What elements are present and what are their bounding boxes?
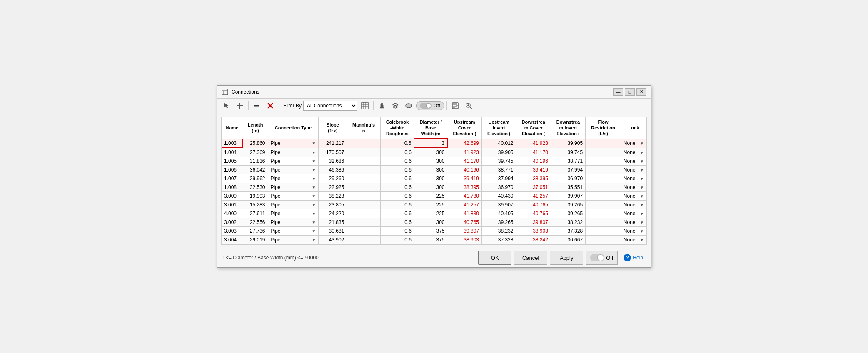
table-cell-upstream_cover[interactable]: 40.196	[447, 166, 482, 174]
close-button[interactable]: ✕	[636, 88, 646, 96]
table-cell-connection_type[interactable]: Pipe▼	[268, 201, 319, 209]
dropdown-arrow[interactable]: ▼	[312, 220, 316, 225]
table-cell-upstream_invert[interactable]: 39.905	[482, 148, 516, 157]
table-cell-slope[interactable]: 22.925	[319, 183, 347, 192]
table-cell-length[interactable]: 27.736	[243, 227, 268, 236]
table-cell-name[interactable]: 3.002	[222, 218, 243, 227]
toggle-track[interactable]	[420, 103, 432, 109]
table-cell-name[interactable]: 1.004	[222, 148, 243, 157]
table-cell-name[interactable]: 1.006	[222, 166, 243, 174]
table-cell-flow_restriction[interactable]	[586, 183, 621, 192]
table-cell-diameter[interactable]: 300	[414, 157, 447, 166]
table-cell-flow_restriction[interactable]	[586, 209, 621, 218]
table-cell-flow_restriction[interactable]	[586, 148, 621, 157]
table-grid-button[interactable]	[359, 100, 371, 111]
table-cell-connection_type[interactable]: Pipe▼	[268, 166, 319, 174]
dropdown-arrow[interactable]: ▼	[312, 150, 316, 155]
table-cell-slope[interactable]: 32.686	[319, 157, 347, 166]
col-header-upstream-cover[interactable]: UpstreamCoverElevation (	[447, 117, 482, 139]
table-cell-upstream_invert[interactable]: 38.771	[482, 166, 516, 174]
table-cell-flow_restriction[interactable]	[586, 218, 621, 227]
table-cell-slope[interactable]: 46.386	[319, 166, 347, 174]
table-cell-mannings[interactable]	[347, 236, 381, 244]
apply-button[interactable]: Apply	[550, 251, 583, 265]
table-cell-downstream_invert[interactable]: 39.905	[551, 139, 585, 148]
table-cell-downstream_invert[interactable]: 36.667	[551, 236, 585, 244]
table-cell-downstream_cover[interactable]: 40.765	[516, 209, 551, 218]
table-cell-diameter[interactable]: 375	[414, 227, 447, 236]
table-cell-length[interactable]: 15.283	[243, 201, 268, 209]
table-row[interactable]: 3.00019.993Pipe▼38.2280.622541.78040.430…	[222, 192, 647, 201]
table-cell-upstream_invert[interactable]: 36.970	[482, 183, 516, 192]
col-header-flow-restriction[interactable]: FlowRestriction(L/s)	[586, 117, 621, 139]
table-cell-mannings[interactable]	[347, 227, 381, 236]
table-cell-downstream_invert[interactable]: 36.970	[551, 174, 585, 183]
table-cell-colebrook[interactable]: 0.6	[380, 209, 414, 218]
dropdown-arrow[interactable]: ▼	[312, 238, 316, 242]
dropdown-arrow[interactable]: ▼	[312, 203, 316, 207]
table-cell-connection_type[interactable]: Pipe▼	[268, 157, 319, 166]
table-cell-length[interactable]: 19.993	[243, 192, 268, 201]
table-cell-upstream_cover[interactable]: 41.923	[447, 148, 482, 157]
dropdown-arrow[interactable]: ▼	[312, 185, 316, 190]
table-cell-connection_type[interactable]: Pipe▼	[268, 236, 319, 244]
table-cell-upstream_invert[interactable]: 37.994	[482, 174, 516, 183]
table-cell-mannings[interactable]	[347, 192, 381, 201]
table-cell-downstream_cover[interactable]: 40.196	[516, 157, 551, 166]
table-cell-diameter[interactable]: 300	[414, 174, 447, 183]
table-cell-lock[interactable]: None▼	[621, 183, 646, 192]
table-cell-downstream_invert[interactable]: 37.328	[551, 227, 585, 236]
table-cell-colebrook[interactable]: 0.6	[380, 174, 414, 183]
dropdown-arrow[interactable]: ▼	[312, 168, 316, 172]
table-cell-lock[interactable]: None▼	[621, 166, 646, 174]
table-cell-upstream_cover[interactable]: 38.903	[447, 236, 482, 244]
table-cell-flow_restriction[interactable]	[586, 174, 621, 183]
table-cell-diameter[interactable]: 225	[414, 209, 447, 218]
table-cell-colebrook[interactable]: 0.6	[380, 201, 414, 209]
table-row[interactable]: 1.00729.962Pipe▼29.2600.630039.41937.994…	[222, 174, 647, 183]
table-cell-colebrook[interactable]: 0.6	[380, 218, 414, 227]
table-cell-lock[interactable]: None▼	[621, 174, 646, 183]
table-cell-upstream_invert[interactable]: 37.328	[482, 236, 516, 244]
table-cell-upstream_invert[interactable]: 40.012	[482, 139, 516, 148]
table-cell-name[interactable]: 3.003	[222, 227, 243, 236]
col-header-downstream-invert[interactable]: Downstre​am InvertElevation (	[551, 117, 585, 139]
table-cell-diameter[interactable]: 300	[414, 218, 447, 227]
table-cell-downstream_invert[interactable]: 39.745	[551, 148, 585, 157]
table-cell-upstream_cover[interactable]: 41.830	[447, 209, 482, 218]
table-cell-upstream_invert[interactable]: 39.745	[482, 157, 516, 166]
table-cell-diameter[interactable]: 300	[414, 148, 447, 157]
dropdown-arrow[interactable]: ▼	[312, 176, 316, 181]
table-cell-name[interactable]: 4.000	[222, 209, 243, 218]
zoom-button[interactable]	[463, 100, 474, 111]
table-cell-slope[interactable]: 43.902	[319, 236, 347, 244]
table-cell-length[interactable]: 29.962	[243, 174, 268, 183]
dropdown-arrow[interactable]: ▼	[640, 159, 644, 164]
table-cell-diameter[interactable]: 225	[414, 192, 447, 201]
col-header-downstream-cover[interactable]: Downstre​am CoverElevation (	[516, 117, 551, 139]
ok-button[interactable]: OK	[478, 251, 511, 265]
dropdown-arrow[interactable]: ▼	[640, 141, 644, 146]
table-cell-downstream_invert[interactable]: 38.232	[551, 218, 585, 227]
table-cell-name[interactable]: 1.005	[222, 157, 243, 166]
table-row[interactable]: 3.00222.556Pipe▼21.8350.630040.76539.265…	[222, 218, 647, 227]
table-cell-mannings[interactable]	[347, 166, 381, 174]
footer-toggle-off[interactable]: Off	[586, 251, 618, 265]
dropdown-arrow[interactable]: ▼	[640, 150, 644, 155]
edit-button[interactable]	[449, 100, 461, 111]
table-cell-connection_type[interactable]: Pipe▼	[268, 183, 319, 192]
table-cell-length[interactable]: 32.530	[243, 183, 268, 192]
table-cell-length[interactable]: 29.019	[243, 236, 268, 244]
dropdown-arrow[interactable]: ▼	[640, 229, 644, 234]
table-cell-colebrook[interactable]: 0.6	[380, 139, 414, 148]
table-cell-mannings[interactable]	[347, 209, 381, 218]
table-cell-colebrook[interactable]: 0.6	[380, 236, 414, 244]
table-cell-lock[interactable]: None▼	[621, 227, 646, 236]
table-cell-lock[interactable]: None▼	[621, 148, 646, 157]
col-header-lock[interactable]: Lock	[621, 117, 646, 139]
table-cell-connection_type[interactable]: Pipe▼	[268, 218, 319, 227]
dropdown-arrow[interactable]: ▼	[312, 141, 316, 146]
col-header-mannings[interactable]: Manning'sn	[347, 117, 381, 139]
table-cell-upstream_cover[interactable]: 38.395	[447, 183, 482, 192]
table-cell-lock[interactable]: None▼	[621, 236, 646, 244]
